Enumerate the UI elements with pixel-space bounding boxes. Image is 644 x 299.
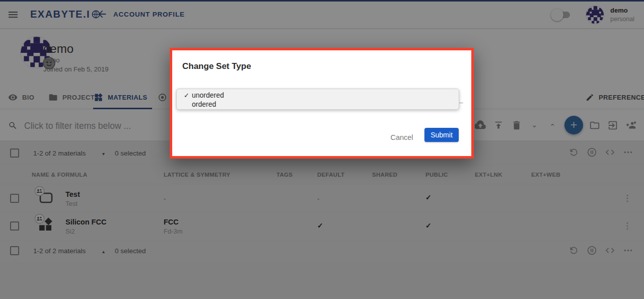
check-icon: ✓: [184, 92, 192, 99]
option-ordered[interactable]: ordered: [177, 100, 459, 109]
change-set-type-dialog: Change Set Type ✓ unordered ordered Canc…: [170, 48, 474, 159]
option-label: ordered: [192, 100, 216, 108]
set-type-listbox[interactable]: ✓ unordered ordered: [176, 89, 459, 110]
option-label: unordered: [192, 91, 224, 99]
account-profile-page: EXABYTE.I ACCOUNT PROFILE demo personal: [0, 0, 644, 299]
cancel-button[interactable]: Cancel: [388, 131, 416, 144]
submit-button[interactable]: Submit: [424, 128, 459, 142]
dialog-title: Change Set Type: [182, 61, 251, 71]
option-unordered[interactable]: ✓ unordered: [177, 91, 459, 100]
